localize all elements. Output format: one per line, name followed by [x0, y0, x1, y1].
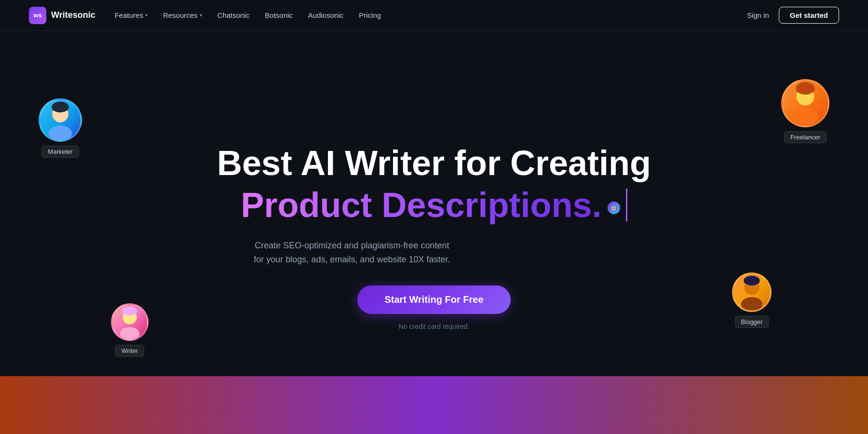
avatar-label-marketer: Marketer [41, 146, 79, 158]
nav-item-features[interactable]: Features ▾ [115, 11, 148, 19]
nav-links: Features ▾ Resources ▾ Chatsonic Botsoni… [115, 11, 381, 19]
chevron-down-icon: ▾ [200, 13, 202, 18]
ai-cursor-icon: 🤖 [608, 186, 620, 224]
hero-section: Marketer Writer Freelancer [0, 31, 868, 434]
nav-item-pricing[interactable]: Pricing [359, 11, 381, 19]
hero-subtitle: Create SEO-optimized and plagiarism-free… [217, 239, 487, 267]
nav-item-resources[interactable]: Resources ▾ [163, 11, 202, 19]
chevron-down-icon: ▾ [145, 13, 148, 18]
avatar-label-writer: Writer [115, 345, 144, 357]
svg-point-11 [744, 276, 760, 285]
nav-item-botsonic[interactable]: Botsonic [265, 11, 293, 19]
svg-point-4 [120, 327, 140, 340]
avatar-freelancer [781, 79, 829, 127]
get-started-button[interactable]: Get started [779, 7, 839, 24]
navbar-right: Sign in Get started [747, 7, 839, 24]
avatar-card-writer: Writer [111, 303, 149, 357]
sign-in-button[interactable]: Sign in [747, 11, 769, 19]
avatar-card-marketer: Marketer [39, 98, 82, 158]
svg-point-10 [741, 297, 762, 312]
start-writing-button[interactable]: Start Writing For Free [357, 285, 510, 314]
nav-item-audiosonic[interactable]: Audiosonic [308, 11, 343, 19]
avatar-label-blogger: Blogger [735, 316, 769, 328]
logo-icon: ws [29, 7, 46, 24]
text-cursor [626, 189, 627, 221]
svg-point-1 [49, 125, 72, 142]
hero-title-line2: Product Descriptions. 🤖 [217, 186, 651, 224]
navbar-left: ws Writesonic Features ▾ Resources ▾ Cha… [29, 7, 381, 24]
no-credit-text: No credit card required. [217, 323, 651, 330]
avatar-label-freelancer: Freelancer [784, 131, 827, 143]
avatar-card-blogger: Blogger [732, 272, 772, 328]
avatar-marketer [39, 98, 82, 142]
logo-link[interactable]: ws Writesonic [29, 7, 95, 24]
avatar-writer [111, 303, 149, 341]
hero-title-line1: Best AI Writer for Creating [217, 144, 651, 182]
logo-text: Writesonic [51, 10, 95, 20]
svg-point-2 [52, 102, 68, 112]
svg-point-7 [793, 108, 818, 125]
navbar: ws Writesonic Features ▾ Resources ▾ Cha… [0, 0, 868, 31]
avatar-card-freelancer: Freelancer [781, 79, 829, 143]
avatar-blogger [732, 272, 772, 312]
nav-item-chatsonic[interactable]: Chatsonic [217, 11, 250, 19]
svg-point-5 [122, 307, 137, 315]
hero-content: Best AI Writer for Creating Product Desc… [217, 144, 651, 331]
bottom-gradient [0, 376, 868, 434]
